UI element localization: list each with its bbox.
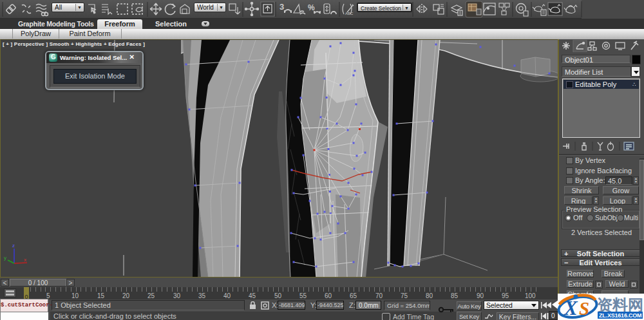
svg-text:资料网: 资料网 xyxy=(597,296,643,314)
svg-text:z: z xyxy=(12,243,15,249)
svg-text:x: x xyxy=(24,257,26,263)
svg-text:ABC: ABC xyxy=(345,12,354,15)
svg-text:X: X xyxy=(564,297,578,319)
svg-text:ZL.XS1616.COM: ZL.XS1616.COM xyxy=(599,312,641,319)
svg-text:3: 3 xyxy=(279,2,284,12)
svg-text:y: y xyxy=(4,255,6,261)
svg-text:S: S xyxy=(579,298,589,319)
svg-text:%: % xyxy=(308,3,315,12)
